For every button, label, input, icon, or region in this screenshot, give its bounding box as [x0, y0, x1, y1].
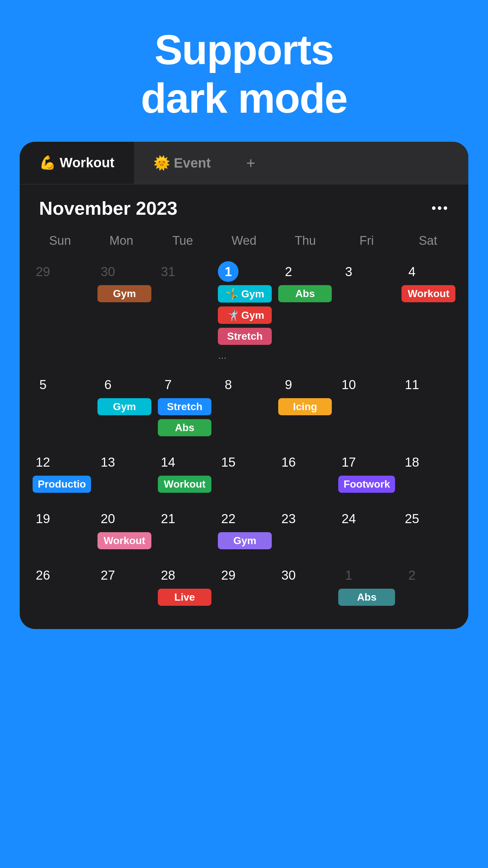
day-label-tue: Tue — [152, 228, 213, 253]
calendar-cell[interactable]: 16 — [275, 446, 335, 503]
date-number: 24 — [338, 508, 359, 529]
event-pill[interactable]: Footwork — [338, 476, 395, 493]
event-pill[interactable]: Workout — [97, 532, 151, 549]
date-number: 8 — [218, 374, 238, 395]
calendar-cell[interactable]: 28Live — [155, 560, 215, 616]
calendar-cell[interactable]: 2 — [398, 560, 459, 616]
calendar-cell[interactable]: 11 — [398, 369, 459, 446]
event-pill[interactable]: Stretch — [158, 398, 212, 415]
calendar-cell[interactable]: 6Gym — [94, 369, 155, 446]
calendar-cell[interactable]: 2Abs — [275, 256, 335, 369]
day-label-sun: Sun — [29, 228, 91, 253]
calendar-cell[interactable]: 1Abs — [335, 560, 398, 616]
date-number: 26 — [33, 565, 53, 585]
calendar-cell[interactable]: 14Workout — [155, 446, 215, 503]
date-number: 19 — [33, 508, 53, 529]
event-pill[interactable]: Workout — [401, 285, 455, 302]
event-pill[interactable]: Abs — [338, 589, 395, 606]
date-number: 17 — [338, 452, 359, 472]
date-number: 29 — [33, 261, 53, 282]
event-pill[interactable]: Live — [158, 589, 212, 606]
event-pill[interactable]: Workout — [158, 476, 212, 493]
date-number: 9 — [278, 374, 299, 395]
calendar-cell[interactable]: 20Workout — [94, 503, 155, 560]
event-pill[interactable]: Gym — [218, 532, 272, 549]
calendar-cell[interactable]: 12Productio — [29, 446, 94, 503]
calendar-cell[interactable]: 15 — [215, 446, 275, 503]
calendar-header: November 2023 ••• — [20, 184, 468, 225]
date-number: 2 — [401, 565, 422, 585]
calendar-cell[interactable]: 21 — [155, 503, 215, 560]
header-title: Supports dark mode — [13, 26, 475, 122]
tab-workout[interactable]: 💪 Workout — [20, 142, 134, 184]
calendar-cell[interactable]: 3 — [335, 256, 398, 369]
calendar-cell[interactable]: 30 — [275, 560, 335, 616]
workout-emoji: 💪 — [39, 155, 56, 170]
day-labels-row: Sun Mon Tue Wed Thu Fri Sat — [20, 225, 468, 256]
date-number: 30 — [97, 261, 118, 282]
date-number: 7 — [158, 374, 178, 395]
calendar-cell[interactable]: 26 — [29, 560, 94, 616]
event-pill[interactable]: Icing — [278, 398, 332, 415]
app-card: 💪 Workout 🌞 Event + November 2023 ••• Su… — [20, 142, 468, 629]
date-number: 2 — [278, 261, 299, 282]
calendar-cell[interactable]: 30Gym — [94, 256, 155, 369]
date-number: 16 — [278, 452, 299, 472]
calendar-cell[interactable]: 8 — [215, 369, 275, 446]
calendar-cell[interactable]: 23 — [275, 503, 335, 560]
date-number: 29 — [218, 565, 238, 585]
event-emoji: 🌞 — [153, 155, 170, 171]
calendar-cell[interactable]: 25 — [398, 503, 459, 560]
event-pill[interactable]: Gym — [97, 398, 151, 415]
event-pill[interactable]: Productio — [33, 476, 91, 493]
event-pill[interactable]: Gym — [97, 285, 151, 302]
event-pill[interactable]: Abs — [278, 285, 332, 302]
date-number: 12 — [33, 452, 53, 472]
tab-workout-label: Workout — [60, 155, 115, 170]
day-label-sat: Sat — [397, 228, 459, 253]
date-number: 25 — [401, 508, 422, 529]
date-number: 14 — [158, 452, 178, 472]
calendar-cell[interactable]: 5 — [29, 369, 94, 446]
header-section: Supports dark mode — [0, 0, 488, 142]
calendar-cell[interactable]: 18 — [398, 446, 459, 503]
date-number: 11 — [401, 374, 422, 395]
event-pill[interactable]: 🤺 Gym — [218, 306, 272, 324]
title-line2: dark mode — [141, 74, 347, 122]
add-tab-button[interactable]: + — [230, 142, 271, 184]
calendar-cell[interactable]: 13 — [94, 446, 155, 503]
calendar-cell[interactable]: 4Workout — [398, 256, 459, 369]
calendar-cell[interactable]: 27 — [94, 560, 155, 616]
calendar-cell[interactable]: 1🤸 Gym🤺 GymStretch... — [215, 256, 275, 369]
calendar-cell[interactable]: 29 — [29, 256, 94, 369]
title-line1: Supports — [155, 26, 334, 73]
date-number: 3 — [338, 261, 359, 282]
more-options-button[interactable]: ••• — [431, 201, 449, 215]
date-number: 18 — [401, 452, 422, 472]
calendar-cell[interactable]: 29 — [215, 560, 275, 616]
event-pill[interactable]: Abs — [158, 419, 212, 436]
calendar-cell[interactable]: 31 — [155, 256, 215, 369]
date-number: 22 — [218, 508, 238, 529]
calendar-cell[interactable]: 10 — [335, 369, 398, 446]
event-pill[interactable]: Stretch — [218, 328, 272, 345]
date-number: 20 — [97, 508, 118, 529]
date-number: 27 — [97, 565, 118, 585]
calendar-cell[interactable]: 7StretchAbs — [155, 369, 215, 446]
calendar-grid: 2930Gym311🤸 Gym🤺 GymStretch...2Abs34Work… — [20, 256, 468, 629]
tab-event-label: Event — [174, 155, 211, 171]
calendar-cell[interactable]: 24 — [335, 503, 398, 560]
day-label-wed: Wed — [213, 228, 275, 253]
calendar-cell[interactable]: 9Icing — [275, 369, 335, 446]
date-number: 1 — [218, 261, 238, 282]
date-number: 21 — [158, 508, 178, 529]
date-number: 10 — [338, 374, 359, 395]
calendar-cell[interactable]: 19 — [29, 503, 94, 560]
calendar-cell[interactable]: 22Gym — [215, 503, 275, 560]
event-pill[interactable]: 🤸 Gym — [218, 285, 272, 303]
month-year-label: November 2023 — [39, 197, 177, 219]
calendar-cell[interactable]: 17Footwork — [335, 446, 398, 503]
date-number: 15 — [218, 452, 238, 472]
tab-event[interactable]: 🌞 Event — [134, 142, 230, 184]
date-number: 5 — [33, 374, 53, 395]
